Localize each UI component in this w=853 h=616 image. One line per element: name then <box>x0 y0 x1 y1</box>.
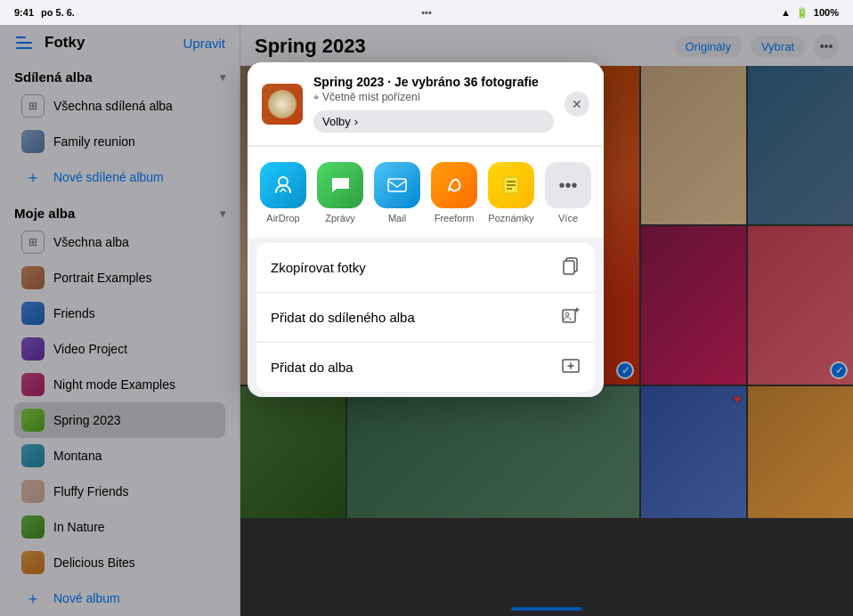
status-bar-right: ▲ 🔋 100% <box>781 7 839 19</box>
share-subtitle-text: Včetně míst pořízení <box>322 91 420 103</box>
messages-icon <box>317 162 363 208</box>
mail-share-item[interactable]: Mail <box>372 162 422 223</box>
location-icon: ⌖ <box>313 92 319 103</box>
svg-rect-7 <box>564 261 574 274</box>
close-icon: ✕ <box>572 97 582 111</box>
copy-photos-action[interactable]: Zkopírovat fotky <box>256 243 595 293</box>
share-thumbnail <box>262 84 303 125</box>
svg-rect-1 <box>388 179 406 191</box>
mail-icon <box>374 162 420 208</box>
freeform-label: Freeform <box>435 213 475 223</box>
svg-rect-8 <box>563 310 575 322</box>
add-to-album-action[interactable]: Přidat do alba <box>256 343 595 392</box>
airdrop-icon <box>260 162 306 208</box>
svg-point-11 <box>565 312 569 316</box>
mail-label: Mail <box>388 213 406 223</box>
notes-share-item[interactable]: Poznámky <box>486 162 536 223</box>
add-album-action-label: Přidat do alba <box>271 360 353 375</box>
status-day: po 5. 6. <box>41 7 75 18</box>
shared-album-icon <box>561 305 581 329</box>
more-dots-share-icon: ••• <box>558 175 577 196</box>
battery-icon: 🔋 <box>796 7 808 19</box>
battery-level: 100% <box>814 7 839 18</box>
share-sheet-close-button[interactable]: ✕ <box>565 92 589 117</box>
share-sheet: Spring 2023 · Je vybráno 36 fotografie ⌖… <box>248 62 604 397</box>
share-info: Spring 2023 · Je vybráno 36 fotografie ⌖… <box>313 75 554 133</box>
status-bar: 9:41 po 5. 6. ••• ▲ 🔋 100% <box>0 0 853 25</box>
status-bar-center: ••• <box>421 7 432 18</box>
copy-icon <box>561 255 581 280</box>
share-options-label: Volby <box>322 115 351 128</box>
action-list: Zkopírovat fotky Přidat do sdíleného alb… <box>256 243 595 392</box>
share-options-chevron: › <box>354 115 358 128</box>
more-share-item[interactable]: ••• Více <box>543 162 593 223</box>
more-icon: ••• <box>545 162 591 208</box>
add-shared-album-label: Přidat do sdíleného alba <box>271 310 415 325</box>
freeform-share-item[interactable]: Freeform <box>429 162 479 223</box>
add-to-shared-album-action[interactable]: Přidat do sdíleného alba <box>256 293 595 343</box>
more-label: Více <box>558 213 578 223</box>
wifi-icon: ▲ <box>781 7 791 18</box>
album-icon <box>561 355 581 379</box>
status-time: 9:41 <box>14 7 34 18</box>
airdrop-label: AirDrop <box>266 213 299 223</box>
share-subtitle: ⌖ Včetně míst pořízení <box>313 91 554 103</box>
share-options-button[interactable]: Volby › <box>313 110 554 133</box>
messages-label: Zprávy <box>325 213 355 223</box>
notes-icon <box>488 162 534 208</box>
messages-share-item[interactable]: Zprávy <box>315 162 365 223</box>
airdrop-share-item[interactable]: AirDrop <box>258 162 308 223</box>
notes-label: Poznámky <box>488 213 533 223</box>
copy-photos-label: Zkopírovat fotky <box>271 260 366 275</box>
freeform-icon <box>431 162 477 208</box>
share-sheet-header: Spring 2023 · Je vybráno 36 fotografie ⌖… <box>248 62 604 146</box>
share-title: Spring 2023 · Je vybráno 36 fotografie <box>313 75 554 89</box>
status-dots: ••• <box>421 7 432 18</box>
status-bar-left: 9:41 po 5. 6. <box>14 7 75 18</box>
app-icons-row: AirDrop Zprávy Mail Freeform Poznámky <box>248 148 604 238</box>
